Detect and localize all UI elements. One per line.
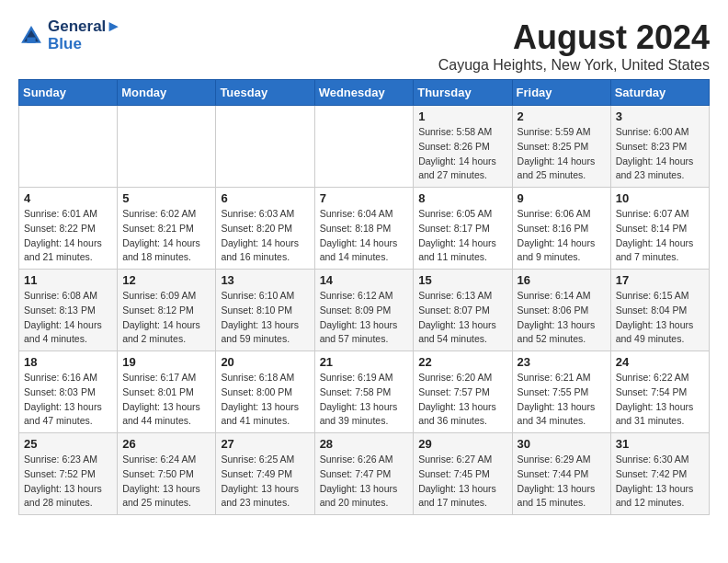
day-number: 9 [518, 191, 606, 205]
title-area: August 2024 Cayuga Heights, New York, Un… [438, 18, 710, 74]
day-number: 15 [418, 273, 506, 287]
day-info: Sunrise: 6:18 AM Sunset: 8:00 PM Dayligh… [221, 371, 309, 429]
day-number: 10 [616, 191, 704, 205]
day-info: Sunrise: 6:02 AM Sunset: 8:21 PM Dayligh… [122, 207, 210, 265]
day-info: Sunrise: 6:03 AM Sunset: 8:20 PM Dayligh… [221, 207, 309, 265]
day-info: Sunrise: 6:15 AM Sunset: 8:04 PM Dayligh… [616, 289, 704, 347]
day-info: Sunrise: 6:22 AM Sunset: 7:54 PM Dayligh… [616, 371, 704, 429]
calendar-week-row: 18Sunrise: 6:16 AM Sunset: 8:03 PM Dayli… [19, 351, 710, 433]
logo-icon [18, 23, 44, 49]
calendar-cell: 25Sunrise: 6:23 AM Sunset: 7:52 PM Dayli… [19, 433, 118, 515]
calendar-cell: 9Sunrise: 6:06 AM Sunset: 8:16 PM Daylig… [512, 188, 610, 270]
calendar-cell: 26Sunrise: 6:24 AM Sunset: 7:50 PM Dayli… [118, 433, 216, 515]
calendar-week-row: 11Sunrise: 6:08 AM Sunset: 8:13 PM Dayli… [19, 270, 710, 351]
calendar-cell [216, 106, 314, 188]
day-number: 20 [221, 355, 309, 369]
day-number: 18 [24, 355, 112, 369]
day-info: Sunrise: 6:05 AM Sunset: 8:17 PM Dayligh… [418, 207, 506, 265]
day-number: 24 [616, 355, 704, 369]
calendar-cell: 1Sunrise: 5:58 AM Sunset: 8:26 PM Daylig… [414, 106, 512, 188]
calendar-cell: 27Sunrise: 6:25 AM Sunset: 7:49 PM Dayli… [216, 433, 314, 515]
day-info: Sunrise: 6:23 AM Sunset: 7:52 PM Dayligh… [24, 453, 112, 511]
calendar-cell: 16Sunrise: 6:14 AM Sunset: 8:06 PM Dayli… [512, 270, 610, 351]
day-info: Sunrise: 6:08 AM Sunset: 8:13 PM Dayligh… [24, 289, 112, 347]
calendar-cell: 3Sunrise: 6:00 AM Sunset: 8:23 PM Daylig… [610, 106, 709, 188]
day-info: Sunrise: 6:09 AM Sunset: 8:12 PM Dayligh… [122, 289, 210, 347]
weekday-header-row: SundayMondayTuesdayWednesdayThursdayFrid… [19, 80, 710, 106]
day-number: 19 [122, 355, 210, 369]
day-number: 26 [122, 437, 210, 451]
day-number: 31 [616, 437, 704, 451]
calendar-week-row: 1Sunrise: 5:58 AM Sunset: 8:26 PM Daylig… [19, 106, 710, 188]
day-info: Sunrise: 6:29 AM Sunset: 7:44 PM Dayligh… [518, 453, 606, 511]
calendar-cell: 7Sunrise: 6:04 AM Sunset: 8:18 PM Daylig… [314, 188, 414, 270]
weekday-header: Monday [118, 80, 216, 106]
calendar-cell: 6Sunrise: 6:03 AM Sunset: 8:20 PM Daylig… [216, 188, 314, 270]
day-info: Sunrise: 5:59 AM Sunset: 8:25 PM Dayligh… [518, 125, 606, 183]
day-info: Sunrise: 6:21 AM Sunset: 7:55 PM Dayligh… [518, 371, 606, 429]
day-info: Sunrise: 6:16 AM Sunset: 8:03 PM Dayligh… [24, 371, 112, 429]
day-number: 29 [418, 437, 506, 451]
day-number: 23 [518, 355, 606, 369]
day-info: Sunrise: 6:13 AM Sunset: 8:07 PM Dayligh… [418, 289, 506, 347]
calendar-subtitle: Cayuga Heights, New York, United States [438, 57, 710, 74]
weekday-header: Wednesday [314, 80, 414, 106]
day-number: 7 [320, 191, 409, 205]
logo-text: General► Blue [48, 18, 121, 52]
day-info: Sunrise: 6:26 AM Sunset: 7:47 PM Dayligh… [320, 453, 409, 511]
calendar-cell: 13Sunrise: 6:10 AM Sunset: 8:10 PM Dayli… [216, 270, 314, 351]
day-info: Sunrise: 6:27 AM Sunset: 7:45 PM Dayligh… [418, 453, 506, 511]
calendar-cell: 22Sunrise: 6:20 AM Sunset: 7:57 PM Dayli… [414, 351, 512, 433]
day-number: 14 [320, 273, 409, 287]
calendar-cell [314, 106, 414, 188]
day-info: Sunrise: 6:30 AM Sunset: 7:42 PM Dayligh… [616, 453, 704, 511]
day-info: Sunrise: 6:07 AM Sunset: 8:14 PM Dayligh… [616, 207, 704, 265]
calendar-cell: 20Sunrise: 6:18 AM Sunset: 8:00 PM Dayli… [216, 351, 314, 433]
weekday-header: Tuesday [216, 80, 314, 106]
calendar-cell: 10Sunrise: 6:07 AM Sunset: 8:14 PM Dayli… [610, 188, 709, 270]
calendar-cell: 23Sunrise: 6:21 AM Sunset: 7:55 PM Dayli… [512, 351, 610, 433]
day-number: 8 [418, 191, 506, 205]
calendar-cell [118, 106, 216, 188]
weekday-header: Thursday [414, 80, 512, 106]
day-info: Sunrise: 6:25 AM Sunset: 7:49 PM Dayligh… [221, 453, 309, 511]
calendar-cell: 21Sunrise: 6:19 AM Sunset: 7:58 PM Dayli… [314, 351, 414, 433]
day-number: 17 [616, 273, 704, 287]
day-info: Sunrise: 6:00 AM Sunset: 8:23 PM Dayligh… [616, 125, 704, 183]
calendar-cell: 12Sunrise: 6:09 AM Sunset: 8:12 PM Dayli… [118, 270, 216, 351]
calendar-title: August 2024 [438, 18, 710, 57]
page-header: General► Blue August 2024 Cayuga Heights… [18, 18, 710, 74]
day-number: 6 [221, 191, 309, 205]
calendar-cell: 31Sunrise: 6:30 AM Sunset: 7:42 PM Dayli… [610, 433, 709, 515]
day-info: Sunrise: 6:17 AM Sunset: 8:01 PM Dayligh… [122, 371, 210, 429]
day-number: 27 [221, 437, 309, 451]
day-info: Sunrise: 6:20 AM Sunset: 7:57 PM Dayligh… [418, 371, 506, 429]
calendar-week-row: 25Sunrise: 6:23 AM Sunset: 7:52 PM Dayli… [19, 433, 710, 515]
day-number: 5 [122, 191, 210, 205]
day-number: 2 [518, 109, 606, 123]
day-number: 11 [24, 273, 112, 287]
day-number: 28 [320, 437, 409, 451]
calendar-cell: 11Sunrise: 6:08 AM Sunset: 8:13 PM Dayli… [19, 270, 118, 351]
day-info: Sunrise: 6:01 AM Sunset: 8:22 PM Dayligh… [24, 207, 112, 265]
day-info: Sunrise: 6:04 AM Sunset: 8:18 PM Dayligh… [320, 207, 409, 265]
day-info: Sunrise: 6:06 AM Sunset: 8:16 PM Dayligh… [518, 207, 606, 265]
weekday-header: Friday [512, 80, 610, 106]
calendar-cell: 17Sunrise: 6:15 AM Sunset: 8:04 PM Dayli… [610, 270, 709, 351]
day-info: Sunrise: 6:10 AM Sunset: 8:10 PM Dayligh… [221, 289, 309, 347]
day-info: Sunrise: 6:12 AM Sunset: 8:09 PM Dayligh… [320, 289, 409, 347]
calendar-cell: 18Sunrise: 6:16 AM Sunset: 8:03 PM Dayli… [19, 351, 118, 433]
calendar-cell: 4Sunrise: 6:01 AM Sunset: 8:22 PM Daylig… [19, 188, 118, 270]
calendar-cell: 2Sunrise: 5:59 AM Sunset: 8:25 PM Daylig… [512, 106, 610, 188]
weekday-header: Sunday [19, 80, 118, 106]
day-number: 4 [24, 191, 112, 205]
day-number: 21 [320, 355, 409, 369]
day-info: Sunrise: 6:14 AM Sunset: 8:06 PM Dayligh… [518, 289, 606, 347]
day-number: 3 [616, 109, 704, 123]
day-info: Sunrise: 6:19 AM Sunset: 7:58 PM Dayligh… [320, 371, 409, 429]
calendar-cell: 8Sunrise: 6:05 AM Sunset: 8:17 PM Daylig… [414, 188, 512, 270]
day-number: 13 [221, 273, 309, 287]
day-number: 12 [122, 273, 210, 287]
calendar-cell: 30Sunrise: 6:29 AM Sunset: 7:44 PM Dayli… [512, 433, 610, 515]
calendar-cell: 24Sunrise: 6:22 AM Sunset: 7:54 PM Dayli… [610, 351, 709, 433]
